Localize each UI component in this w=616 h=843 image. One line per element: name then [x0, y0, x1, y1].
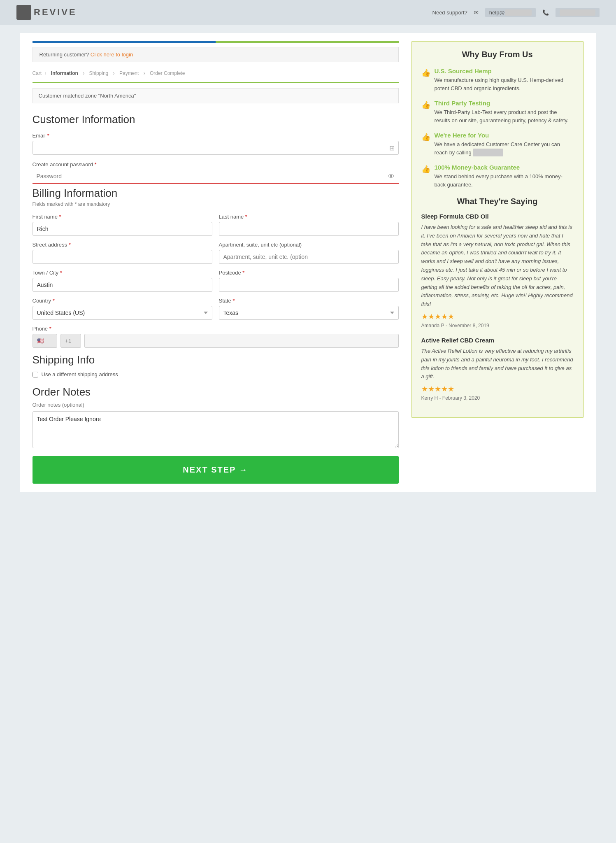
benefit-item-1: 👍 Third Party Testing We Third-Party Lab…: [421, 100, 574, 124]
last-name-label: Last name *: [219, 214, 399, 220]
benefit-title-3: 100% Money-back Guarantee: [435, 164, 574, 171]
left-column: Returning customer? Click here to login …: [33, 33, 399, 492]
different-shipping-label[interactable]: Use a different shipping address: [42, 371, 118, 377]
order-notes-heading: Order Notes: [33, 386, 399, 398]
apartment-col: Apartment, suite, unit etc (optional): [219, 242, 399, 264]
city-col: Town / City *: [33, 270, 212, 292]
email-input[interactable]: [33, 141, 399, 155]
last-name-col: Last name *: [219, 214, 399, 236]
review-text-0: I have been looking for a safe and healt…: [421, 223, 574, 309]
stars-1: ★★★★★: [421, 384, 574, 394]
review-date-1: February 3, 2020: [442, 395, 480, 401]
benefit-content-0: U.S. Sourced Hemp We manufacture using h…: [435, 68, 574, 92]
country-col: Country * United States (US) Canada: [33, 298, 212, 320]
street-label: Street address *: [33, 242, 212, 248]
street-input[interactable]: [33, 250, 212, 264]
first-name-label: First name *: [33, 214, 212, 220]
right-column: Why Buy From Us 👍 U.S. Sourced Hemp We m…: [411, 33, 584, 492]
zone-notice: Customer matched zone "North America": [33, 88, 399, 103]
breadcrumb: Cart › Information › Shipping › Payment …: [33, 69, 399, 78]
benefit-content-2: We're Here for You We have a dedicated C…: [435, 132, 574, 156]
benefit-title-2: We're Here for You: [435, 132, 574, 139]
different-shipping-row: Use a different shipping address: [33, 371, 399, 377]
phone-label: Phone *: [33, 326, 399, 332]
benefit-item-2: 👍 We're Here for You We have a dedicated…: [421, 132, 574, 156]
top-border-bar: [33, 41, 399, 43]
first-name-input[interactable]: [33, 222, 212, 236]
reviewer-name-0: Amanda P: [421, 323, 444, 328]
apartment-label: Apartment, suite, unit etc (optional): [219, 242, 399, 248]
why-buy-box: Why Buy From Us 👍 U.S. Sourced Hemp We m…: [411, 41, 584, 418]
logo-text: REVIVE: [34, 7, 77, 18]
state-label: State *: [219, 298, 399, 304]
returning-customer-bar: Returning customer? Click here to login: [33, 47, 399, 62]
city-label: Town / City *: [33, 270, 212, 276]
order-notes-label: Order notes (optional): [33, 402, 399, 408]
last-name-input[interactable]: [219, 222, 399, 236]
country-state-row: Country * United States (US) Canada Stat…: [33, 298, 399, 320]
name-row: First name * Last name *: [33, 214, 399, 236]
support-email[interactable]: help@xxxxxxxxxx: [485, 8, 536, 17]
section-divider: [33, 82, 399, 83]
postcode-col: Postcode *: [219, 270, 399, 292]
customer-info-heading: Customer Information: [33, 113, 399, 126]
benefit-desc-1: We Third-Party Lab-Test every product an…: [435, 108, 574, 124]
thumbs-up-icon-2: 👍: [421, 133, 430, 156]
benefit-desc-0: We manufacture using high quality U.S. H…: [435, 76, 574, 92]
reviewer-info-0: Amanda P - November 8, 2019: [421, 323, 574, 328]
next-step-button[interactable]: NEXT STEP →: [33, 456, 399, 484]
password-input-wrapper: 👁: [33, 170, 399, 184]
phone-number-input[interactable]: [84, 334, 399, 348]
breadcrumb-cart[interactable]: Cart: [33, 70, 42, 76]
city-postcode-row: Town / City * Postcode *: [33, 270, 399, 292]
main-container: Returning customer? Click here to login …: [20, 33, 596, 492]
first-name-col: First name *: [33, 214, 212, 236]
review-product-1: Active Relief CBD Cream: [421, 337, 574, 344]
password-input[interactable]: [33, 170, 399, 184]
country-select[interactable]: United States (US) Canada: [33, 306, 212, 320]
email-icon: ⊞: [389, 144, 395, 152]
phone-field-group: Phone * 🇺🇸 +1: [33, 326, 399, 348]
shipping-info-heading: Shipping Info: [33, 354, 399, 366]
breadcrumb-shipping: Shipping: [89, 70, 109, 76]
header: REVIVE Need support? ✉ help@xxxxxxxxxx 📞…: [0, 0, 616, 25]
password-label: Create account password *: [33, 161, 399, 168]
street-col: Street address *: [33, 242, 212, 264]
breadcrumb-order-complete: Order Complete: [150, 70, 185, 76]
reviewer-name-1: Kerry H: [421, 395, 438, 401]
state-select[interactable]: Texas California Florida New York: [219, 306, 399, 320]
apartment-input[interactable]: [219, 250, 399, 264]
breadcrumb-information: Information: [51, 70, 78, 76]
order-notes-textarea[interactable]: Test Order Please Ignore: [33, 411, 399, 448]
what-saying-title: What They're Saying: [421, 197, 574, 206]
email-input-wrapper: ⊞: [33, 141, 399, 155]
why-buy-title: Why Buy From Us: [421, 50, 574, 59]
email-required-mark: *: [47, 133, 49, 139]
postcode-input[interactable]: [219, 278, 399, 292]
review-item-0: Sleep Formula CBD Oil I have been lookin…: [421, 213, 574, 328]
logo-icon: [16, 5, 31, 20]
logo: REVIVE: [16, 5, 77, 20]
benefit-item-3: 👍 100% Money-back Guarantee We stand beh…: [421, 164, 574, 189]
benefit-content-3: 100% Money-back Guarantee We stand behin…: [435, 164, 574, 189]
password-toggle-icon[interactable]: 👁: [388, 173, 395, 180]
city-input[interactable]: [33, 278, 212, 292]
postcode-label: Postcode *: [219, 270, 399, 276]
phone-code: +1: [60, 334, 81, 348]
breadcrumb-payment: Payment: [119, 70, 139, 76]
thumbs-up-icon-0: 👍: [421, 68, 430, 92]
email-label: Email *: [33, 133, 399, 139]
benefit-item-0: 👍 U.S. Sourced Hemp We manufacture using…: [421, 68, 574, 92]
billing-info-heading: Billing Information: [33, 187, 399, 200]
reviewer-info-1: Kerry H - February 3, 2020: [421, 395, 574, 401]
billing-subtext: Fields marked with * are mandatory: [33, 201, 399, 207]
state-col: State * Texas California Florida New Yor…: [219, 298, 399, 320]
benefit-content-1: Third Party Testing We Third-Party Lab-T…: [435, 100, 574, 124]
thumbs-up-icon-1: 👍: [421, 100, 430, 124]
support-phone[interactable]: 1-800-xxx-xxxx: [556, 8, 600, 17]
different-shipping-checkbox[interactable]: [33, 372, 38, 377]
login-link[interactable]: Click here to login: [91, 51, 133, 58]
returning-customer-text: Returning customer?: [40, 51, 89, 58]
benefit-title-1: Third Party Testing: [435, 100, 574, 107]
password-field-group: Create account password * 👁: [33, 161, 399, 184]
